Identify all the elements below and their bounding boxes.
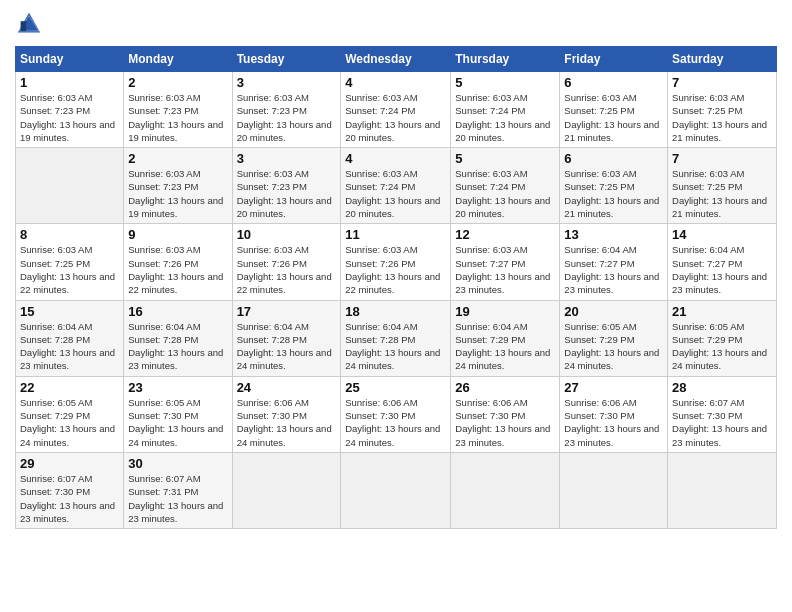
day-info: Sunrise: 6:03 AM Sunset: 7:26 PM Dayligh… <box>237 244 332 295</box>
day-info: Sunrise: 6:03 AM Sunset: 7:25 PM Dayligh… <box>672 168 767 219</box>
table-row: 6Sunrise: 6:03 AM Sunset: 7:25 PM Daylig… <box>560 72 668 148</box>
day-info: Sunrise: 6:04 AM Sunset: 7:27 PM Dayligh… <box>564 244 659 295</box>
table-row: 19Sunrise: 6:04 AM Sunset: 7:29 PM Dayli… <box>451 300 560 376</box>
day-number: 24 <box>237 380 337 395</box>
day-info: Sunrise: 6:03 AM Sunset: 7:23 PM Dayligh… <box>20 92 115 143</box>
table-row: 1Sunrise: 6:03 AM Sunset: 7:23 PM Daylig… <box>16 72 124 148</box>
day-number: 5 <box>455 151 555 166</box>
day-info: Sunrise: 6:03 AM Sunset: 7:23 PM Dayligh… <box>128 92 223 143</box>
col-thursday: Thursday <box>451 47 560 72</box>
table-row: 22Sunrise: 6:05 AM Sunset: 7:29 PM Dayli… <box>16 376 124 452</box>
day-info: Sunrise: 6:04 AM Sunset: 7:29 PM Dayligh… <box>455 321 550 372</box>
day-number: 17 <box>237 304 337 319</box>
page: Sunday Monday Tuesday Wednesday Thursday… <box>0 0 792 612</box>
day-number: 9 <box>128 227 227 242</box>
day-number: 13 <box>564 227 663 242</box>
calendar-row: 1Sunrise: 6:03 AM Sunset: 7:23 PM Daylig… <box>16 72 777 148</box>
day-info: Sunrise: 6:03 AM Sunset: 7:23 PM Dayligh… <box>237 92 332 143</box>
table-row: 29Sunrise: 6:07 AM Sunset: 7:30 PM Dayli… <box>16 452 124 528</box>
table-row <box>16 148 124 224</box>
calendar-row: 8Sunrise: 6:03 AM Sunset: 7:25 PM Daylig… <box>16 224 777 300</box>
day-number: 2 <box>128 75 227 90</box>
table-row: 24Sunrise: 6:06 AM Sunset: 7:30 PM Dayli… <box>232 376 341 452</box>
day-number: 3 <box>237 151 337 166</box>
day-info: Sunrise: 6:05 AM Sunset: 7:29 PM Dayligh… <box>672 321 767 372</box>
day-number: 10 <box>237 227 337 242</box>
calendar-row: 29Sunrise: 6:07 AM Sunset: 7:30 PM Dayli… <box>16 452 777 528</box>
table-row: 7Sunrise: 6:03 AM Sunset: 7:25 PM Daylig… <box>668 72 777 148</box>
calendar-row: 15Sunrise: 6:04 AM Sunset: 7:28 PM Dayli… <box>16 300 777 376</box>
day-info: Sunrise: 6:07 AM Sunset: 7:30 PM Dayligh… <box>672 397 767 448</box>
table-row: 15Sunrise: 6:04 AM Sunset: 7:28 PM Dayli… <box>16 300 124 376</box>
table-row: 18Sunrise: 6:04 AM Sunset: 7:28 PM Dayli… <box>341 300 451 376</box>
day-number: 6 <box>564 151 663 166</box>
day-number: 18 <box>345 304 446 319</box>
day-number: 29 <box>20 456 119 471</box>
table-row: 4Sunrise: 6:03 AM Sunset: 7:24 PM Daylig… <box>341 72 451 148</box>
table-row: 30Sunrise: 6:07 AM Sunset: 7:31 PM Dayli… <box>124 452 232 528</box>
day-info: Sunrise: 6:07 AM Sunset: 7:30 PM Dayligh… <box>20 473 115 524</box>
table-row: 3Sunrise: 6:03 AM Sunset: 7:23 PM Daylig… <box>232 148 341 224</box>
day-number: 26 <box>455 380 555 395</box>
table-row: 21Sunrise: 6:05 AM Sunset: 7:29 PM Dayli… <box>668 300 777 376</box>
day-info: Sunrise: 6:06 AM Sunset: 7:30 PM Dayligh… <box>564 397 659 448</box>
table-row: 12Sunrise: 6:03 AM Sunset: 7:27 PM Dayli… <box>451 224 560 300</box>
table-row: 5Sunrise: 6:03 AM Sunset: 7:24 PM Daylig… <box>451 148 560 224</box>
day-info: Sunrise: 6:03 AM Sunset: 7:23 PM Dayligh… <box>237 168 332 219</box>
day-number: 20 <box>564 304 663 319</box>
table-row: 28Sunrise: 6:07 AM Sunset: 7:30 PM Dayli… <box>668 376 777 452</box>
day-number: 4 <box>345 151 446 166</box>
day-info: Sunrise: 6:05 AM Sunset: 7:29 PM Dayligh… <box>564 321 659 372</box>
day-info: Sunrise: 6:04 AM Sunset: 7:28 PM Dayligh… <box>20 321 115 372</box>
logo <box>15 10 47 38</box>
day-info: Sunrise: 6:04 AM Sunset: 7:28 PM Dayligh… <box>237 321 332 372</box>
day-number: 8 <box>20 227 119 242</box>
day-number: 23 <box>128 380 227 395</box>
table-row: 2Sunrise: 6:03 AM Sunset: 7:23 PM Daylig… <box>124 148 232 224</box>
day-number: 11 <box>345 227 446 242</box>
day-info: Sunrise: 6:06 AM Sunset: 7:30 PM Dayligh… <box>237 397 332 448</box>
day-info: Sunrise: 6:06 AM Sunset: 7:30 PM Dayligh… <box>455 397 550 448</box>
table-row: 5Sunrise: 6:03 AM Sunset: 7:24 PM Daylig… <box>451 72 560 148</box>
calendar-row: 2Sunrise: 6:03 AM Sunset: 7:23 PM Daylig… <box>16 148 777 224</box>
table-row: 7Sunrise: 6:03 AM Sunset: 7:25 PM Daylig… <box>668 148 777 224</box>
calendar-row: 22Sunrise: 6:05 AM Sunset: 7:29 PM Dayli… <box>16 376 777 452</box>
day-info: Sunrise: 6:03 AM Sunset: 7:26 PM Dayligh… <box>128 244 223 295</box>
day-number: 21 <box>672 304 772 319</box>
day-info: Sunrise: 6:06 AM Sunset: 7:30 PM Dayligh… <box>345 397 440 448</box>
day-number: 6 <box>564 75 663 90</box>
table-row <box>668 452 777 528</box>
col-monday: Monday <box>124 47 232 72</box>
day-number: 7 <box>672 75 772 90</box>
day-number: 7 <box>672 151 772 166</box>
table-row <box>341 452 451 528</box>
day-info: Sunrise: 6:03 AM Sunset: 7:24 PM Dayligh… <box>455 168 550 219</box>
day-number: 22 <box>20 380 119 395</box>
table-row: 23Sunrise: 6:05 AM Sunset: 7:30 PM Dayli… <box>124 376 232 452</box>
col-tuesday: Tuesday <box>232 47 341 72</box>
table-row: 17Sunrise: 6:04 AM Sunset: 7:28 PM Dayli… <box>232 300 341 376</box>
table-row <box>560 452 668 528</box>
day-info: Sunrise: 6:03 AM Sunset: 7:25 PM Dayligh… <box>564 168 659 219</box>
table-row: 2Sunrise: 6:03 AM Sunset: 7:23 PM Daylig… <box>124 72 232 148</box>
table-row: 8Sunrise: 6:03 AM Sunset: 7:25 PM Daylig… <box>16 224 124 300</box>
calendar-table: Sunday Monday Tuesday Wednesday Thursday… <box>15 46 777 529</box>
col-saturday: Saturday <box>668 47 777 72</box>
day-info: Sunrise: 6:03 AM Sunset: 7:25 PM Dayligh… <box>672 92 767 143</box>
day-number: 16 <box>128 304 227 319</box>
table-row: 10Sunrise: 6:03 AM Sunset: 7:26 PM Dayli… <box>232 224 341 300</box>
day-number: 27 <box>564 380 663 395</box>
day-info: Sunrise: 6:05 AM Sunset: 7:29 PM Dayligh… <box>20 397 115 448</box>
day-info: Sunrise: 6:03 AM Sunset: 7:25 PM Dayligh… <box>20 244 115 295</box>
day-number: 25 <box>345 380 446 395</box>
col-sunday: Sunday <box>16 47 124 72</box>
table-row: 20Sunrise: 6:05 AM Sunset: 7:29 PM Dayli… <box>560 300 668 376</box>
table-row: 14Sunrise: 6:04 AM Sunset: 7:27 PM Dayli… <box>668 224 777 300</box>
logo-icon <box>15 10 43 38</box>
day-info: Sunrise: 6:03 AM Sunset: 7:27 PM Dayligh… <box>455 244 550 295</box>
table-row: 6Sunrise: 6:03 AM Sunset: 7:25 PM Daylig… <box>560 148 668 224</box>
day-info: Sunrise: 6:03 AM Sunset: 7:24 PM Dayligh… <box>345 168 440 219</box>
day-info: Sunrise: 6:05 AM Sunset: 7:30 PM Dayligh… <box>128 397 223 448</box>
table-row: 25Sunrise: 6:06 AM Sunset: 7:30 PM Dayli… <box>341 376 451 452</box>
day-number: 4 <box>345 75 446 90</box>
